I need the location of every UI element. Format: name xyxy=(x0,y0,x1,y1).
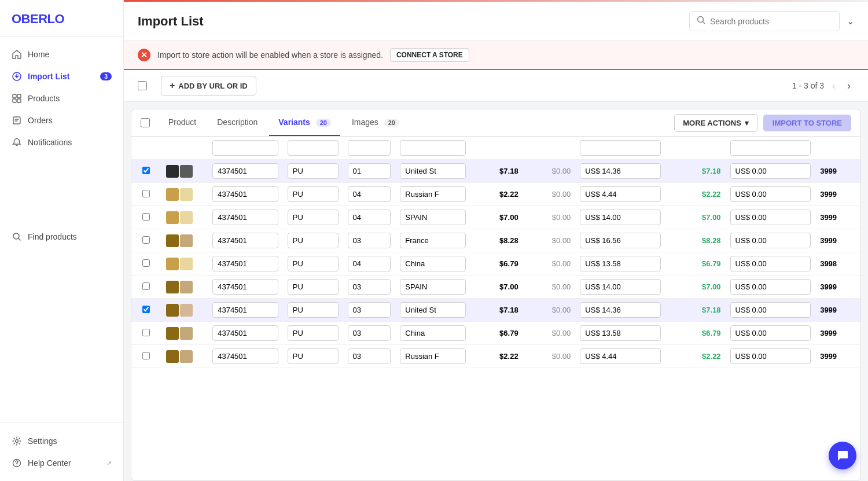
loc-input[interactable] xyxy=(400,163,466,179)
sku-input[interactable] xyxy=(212,348,278,364)
sku-input[interactable] xyxy=(212,186,278,202)
select-all-checkbox[interactable] xyxy=(138,81,147,90)
chat-button[interactable] xyxy=(829,442,856,469)
cost-input[interactable] xyxy=(580,348,661,364)
myprice-input[interactable] xyxy=(730,279,811,295)
mat-input[interactable] xyxy=(288,186,339,202)
loc-input[interactable] xyxy=(400,279,466,295)
sku-input[interactable] xyxy=(212,256,278,271)
loc-input[interactable] xyxy=(400,186,466,202)
num-input[interactable] xyxy=(348,233,391,248)
sidebar-item-products[interactable]: Products xyxy=(0,87,123,109)
more-actions-button[interactable]: MORE ACTIONS ▾ xyxy=(674,114,757,132)
num-input[interactable] xyxy=(348,210,391,225)
row-checkbox[interactable] xyxy=(142,259,150,267)
connect-store-button[interactable]: CONNECT A STORE xyxy=(390,48,469,62)
chevron-down-icon[interactable]: ⌄ xyxy=(847,16,854,27)
mat-input[interactable] xyxy=(288,348,339,364)
tab-description[interactable]: Description xyxy=(208,109,267,136)
num-input[interactable] xyxy=(348,325,391,341)
row-checkbox[interactable] xyxy=(142,213,150,221)
row-checkbox[interactable] xyxy=(142,236,150,244)
row-checkbox[interactable] xyxy=(142,190,150,197)
sidebar-item-import-label: Import List xyxy=(28,72,69,81)
sidebar-item-notifications[interactable]: Notifications xyxy=(0,131,123,153)
mat-input[interactable] xyxy=(288,325,339,341)
qty-cell: 3999 xyxy=(815,299,860,322)
sidebar-item-import-list[interactable]: Import List 3 xyxy=(0,65,123,87)
header-cost-input[interactable] xyxy=(580,140,661,156)
compare-cell: $0.00 xyxy=(523,252,576,276)
next-page-button[interactable]: › xyxy=(844,79,854,93)
loc-input[interactable] xyxy=(400,325,466,341)
row-checkbox[interactable] xyxy=(142,329,150,336)
tab-images[interactable]: Images 20 xyxy=(343,109,409,136)
add-by-url-button[interactable]: + ADD BY URL OR ID xyxy=(161,76,256,96)
import-to-store-button[interactable]: IMPORT TO STORE xyxy=(763,115,851,131)
myprice-input[interactable] xyxy=(730,210,811,225)
myprice-input[interactable] xyxy=(730,256,811,271)
header-myp-input[interactable] xyxy=(730,140,811,156)
sidebar-item-settings[interactable]: Settings xyxy=(0,430,123,452)
num-input[interactable] xyxy=(348,186,391,202)
header-sku-input[interactable] xyxy=(212,140,278,156)
mat-input[interactable] xyxy=(288,210,339,225)
cost-input[interactable] xyxy=(580,233,661,248)
cost-input[interactable] xyxy=(580,256,661,271)
cost-input[interactable] xyxy=(580,279,661,295)
cost-input[interactable] xyxy=(580,210,661,225)
product-thumbnail xyxy=(166,327,203,340)
sku-input[interactable] xyxy=(212,279,278,295)
cost-input[interactable] xyxy=(580,163,661,179)
header-num-input[interactable] xyxy=(348,140,391,156)
loc-input[interactable] xyxy=(400,210,466,225)
tab-product[interactable]: Product xyxy=(159,109,205,136)
num-input[interactable] xyxy=(348,256,391,271)
num-input[interactable] xyxy=(348,279,391,295)
myprice-input[interactable] xyxy=(730,186,811,202)
cost-input[interactable] xyxy=(580,302,661,318)
mat-input[interactable] xyxy=(288,233,339,248)
sku-input[interactable] xyxy=(212,233,278,248)
toolbar: + ADD BY URL OR ID 1 - 3 of 3 ‹ › xyxy=(124,70,868,102)
header-loc-input[interactable] xyxy=(400,140,466,156)
search-input[interactable] xyxy=(710,17,832,26)
sidebar-item-orders[interactable]: Orders xyxy=(0,109,123,131)
sku-input[interactable] xyxy=(212,302,278,318)
sidebar-item-help[interactable]: Help Center ↗ xyxy=(0,452,123,474)
table-container: $7.18 $0.00 $7.18 3999 $2.22 $0.00 $2.22… xyxy=(131,137,860,480)
num-input[interactable] xyxy=(348,348,391,364)
row-checkbox[interactable] xyxy=(142,352,150,359)
myprice-input[interactable] xyxy=(730,163,811,179)
sidebar-item-home[interactable]: Home xyxy=(0,43,123,65)
sku-input[interactable] xyxy=(212,210,278,225)
tab-select-all-checkbox[interactable] xyxy=(141,118,150,127)
cost-input[interactable] xyxy=(580,186,661,202)
loc-input[interactable] xyxy=(400,348,466,364)
row-checkbox[interactable] xyxy=(142,306,150,313)
num-input[interactable] xyxy=(348,302,391,318)
sku-input[interactable] xyxy=(212,325,278,341)
sku-input[interactable] xyxy=(212,163,278,179)
row-checkbox[interactable] xyxy=(142,167,150,174)
loc-input[interactable] xyxy=(400,256,466,271)
header-mat-input[interactable] xyxy=(288,140,339,156)
myprice-input[interactable] xyxy=(730,325,811,341)
prev-page-button[interactable]: ‹ xyxy=(829,79,839,93)
myprice-input[interactable] xyxy=(730,233,811,248)
search-bar[interactable] xyxy=(689,11,840,31)
myprice-input[interactable] xyxy=(730,348,811,364)
mat-input[interactable] xyxy=(288,163,339,179)
row-checkbox[interactable] xyxy=(142,282,150,290)
myprice-input[interactable] xyxy=(730,302,811,318)
table-row: $2.22 $0.00 $2.22 3999 xyxy=(131,345,860,368)
num-input[interactable] xyxy=(348,163,391,179)
tab-variants[interactable]: Variants 20 xyxy=(269,109,340,136)
loc-input[interactable] xyxy=(400,302,466,318)
mat-input[interactable] xyxy=(288,256,339,271)
sidebar-find-products[interactable]: Find products xyxy=(0,226,123,248)
mat-input[interactable] xyxy=(288,279,339,295)
loc-input[interactable] xyxy=(400,233,466,248)
mat-input[interactable] xyxy=(288,302,339,318)
cost-input[interactable] xyxy=(580,325,661,341)
